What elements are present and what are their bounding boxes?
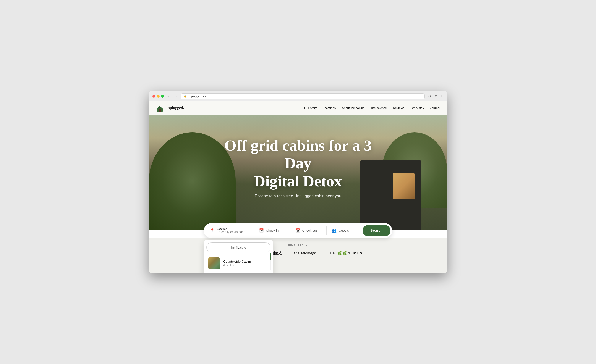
nav-locations[interactable]: Locations <box>323 106 336 110</box>
svg-rect-2 <box>159 109 161 111</box>
browser-actions: ↺ ⇧ + <box>427 93 444 99</box>
nav-about-cabins[interactable]: About the cabins <box>342 106 364 110</box>
guests-label: Guests <box>339 229 349 232</box>
share-button[interactable]: ⇧ <box>433 93 438 99</box>
new-tab-button[interactable]: + <box>440 93 444 99</box>
location-input[interactable] <box>217 230 249 234</box>
hero-content: Off grid cabins for a 3 Day Digital Deto… <box>149 115 447 198</box>
close-button[interactable] <box>152 95 155 98</box>
nav-journal[interactable]: Journal <box>430 106 440 110</box>
hero-subtitle: Escape to a tech-free Unplugged cabin ne… <box>149 194 447 198</box>
checkout-calendar-icon: 📅 <box>295 228 300 233</box>
list-item[interactable]: Wildlife Cabins 5 cabins <box>206 272 270 273</box>
site-logo[interactable]: unplugged. <box>156 104 184 112</box>
guests-icon: 👥 <box>332 228 336 233</box>
checkin-label: Check in <box>266 229 278 232</box>
location-field-inner: Location <box>217 228 249 234</box>
site-navigation: unplugged. Our story Locations About the… <box>149 101 447 115</box>
address-bar[interactable]: 🔒 unplugged.rest <box>181 93 425 99</box>
search-bar: 📍 Location 📅 Check in <box>204 223 392 238</box>
location-label: Location <box>217 228 249 230</box>
checkout-field[interactable]: 📅 Check out <box>290 226 326 235</box>
featured-label: FEATURED IN <box>288 244 308 247</box>
main-wrapper: unplugged. Our story Locations About the… <box>149 101 447 273</box>
calendar-icon: 📅 <box>259 228 264 233</box>
fullscreen-button[interactable] <box>161 95 164 98</box>
countryside-name: Countryside Cabins <box>223 260 269 263</box>
location-icon: 📍 <box>210 228 215 233</box>
logo-icon <box>156 104 164 112</box>
hero-title: Off grid cabins for a 3 Day Digital Deto… <box>211 137 385 190</box>
nav-the-science[interactable]: The science <box>371 106 387 110</box>
logo-text: unplugged. <box>165 106 184 110</box>
url-text: unplugged.rest <box>188 95 207 98</box>
list-item[interactable]: Countryside Cabins 6 cabins <box>206 255 270 272</box>
times-logo: THE 🌿🌿 TIMES <box>327 251 363 255</box>
lock-icon: 🔒 <box>184 95 187 98</box>
browser-chrome: ← → 🔒 unplugged.rest ↺ ⇧ + <box>149 91 447 101</box>
scrollbar-thumb[interactable] <box>270 253 271 260</box>
featured-section: FEATURED IN N Evening Standard. The Tele… <box>149 238 447 273</box>
traffic-lights <box>152 95 164 98</box>
minimize-button[interactable] <box>157 95 160 98</box>
svg-marker-1 <box>157 106 163 109</box>
nav-gift-stay[interactable]: Gift a stay <box>410 106 424 110</box>
hero-section: Off grid cabins for a 3 Day Digital Deto… <box>149 115 447 230</box>
search-button[interactable]: Search <box>363 225 390 236</box>
flexible-button[interactable]: I'm flexible <box>206 242 270 253</box>
scrollbar-track[interactable] <box>270 253 271 270</box>
nav-links: Our story Locations About the cabins The… <box>304 106 440 110</box>
search-bar-container: 📍 Location 📅 Check in <box>149 223 447 238</box>
nav-our-story[interactable]: Our story <box>304 106 317 110</box>
refresh-button[interactable]: ↺ <box>427 93 432 99</box>
nav-reviews[interactable]: Reviews <box>393 106 404 110</box>
countryside-thumb-img <box>208 257 220 269</box>
checkout-label: Check out <box>302 229 317 232</box>
browser-window: ← → 🔒 unplugged.rest ↺ ⇧ + u <box>149 91 447 273</box>
page-content: unplugged. Our story Locations About the… <box>149 101 447 273</box>
guests-field[interactable]: 👥 Guests <box>327 226 363 235</box>
countryside-count: 6 cabins <box>223 264 269 267</box>
countryside-thumbnail <box>208 257 220 269</box>
forward-button[interactable]: → <box>173 94 178 98</box>
countryside-info: Countryside Cabins 6 cabins <box>223 260 269 267</box>
browser-nav-buttons: ← → <box>167 94 178 98</box>
location-dropdown: I'm flexible Countryside Cabins 6 cabins <box>204 240 273 273</box>
location-field[interactable]: 📍 Location <box>206 226 253 235</box>
checkin-field[interactable]: 📅 Check in <box>254 226 290 235</box>
telegraph-logo: The Telegraph <box>293 251 316 255</box>
back-button[interactable]: ← <box>167 94 172 98</box>
